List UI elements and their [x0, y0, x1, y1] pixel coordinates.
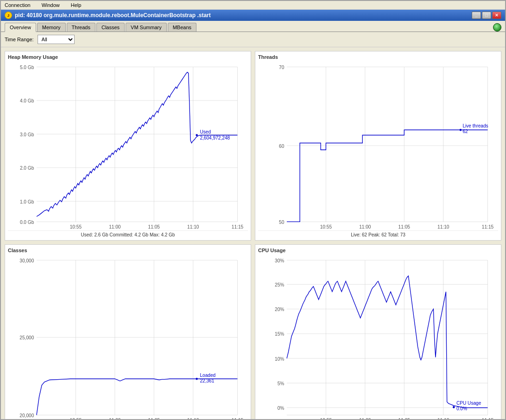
- classes-chart-area: 30,000 25,000 20,000 10:55 11:00 11:05 1…: [8, 255, 248, 419]
- main-window: Connection Window Help J pid: 40180 org.…: [0, 0, 506, 420]
- classes-chart-title: Classes: [8, 248, 248, 253]
- menu-window[interactable]: Window: [40, 2, 62, 8]
- threads-svg: 70 60 50 10:55 11:00 11:05 11:10 11:15 L…: [258, 62, 498, 229]
- svg-text:11:00: 11:00: [359, 418, 371, 419]
- threads-chart-footer: Live: 62 Peak: 62 Total: 73: [258, 230, 498, 237]
- charts-grid: Heap Memory Usage 5.: [1, 47, 505, 419]
- svg-text:20,000: 20,000: [19, 413, 34, 418]
- svg-text:11:15: 11:15: [482, 418, 494, 419]
- heap-chart-area: 5.0 Gb 4.0 Gb 3.0 Gb 2.0 Gb 1.0 Gb 0.0 G…: [8, 62, 248, 229]
- svg-text:60: 60: [279, 144, 285, 149]
- tab-classes[interactable]: Classes: [96, 23, 125, 32]
- cpu-svg: 30% 25% 20% 15% 10% 5% 0% 10:55 11:00 11…: [258, 255, 498, 419]
- svg-text:0%: 0%: [278, 406, 285, 411]
- svg-text:10%: 10%: [275, 356, 284, 362]
- timerange-label: Time Range:: [5, 37, 34, 42]
- svg-text:50: 50: [279, 220, 285, 225]
- connection-status-icon[interactable]: [493, 23, 501, 32]
- svg-text:11:05: 11:05: [148, 224, 160, 229]
- svg-text:11:00: 11:00: [359, 224, 371, 229]
- tab-memory[interactable]: Memory: [37, 23, 66, 32]
- svg-point-90: [453, 406, 455, 408]
- threads-chart: Threads 70 60 50: [255, 51, 501, 241]
- heap-chart-footer: Used: 2.6 Gb Committed: 4.2 Gb Max: 4.2 …: [8, 230, 248, 237]
- svg-text:11:00: 11:00: [109, 418, 121, 419]
- cpu-chart: CPU Usage: [255, 244, 501, 419]
- svg-text:Loaded: Loaded: [200, 373, 215, 378]
- svg-text:20%: 20%: [275, 307, 284, 312]
- svg-text:Live threads: Live threads: [462, 123, 488, 128]
- svg-point-24: [196, 134, 198, 136]
- toolbar: Time Range: All Last 5 min Last 10 min L…: [1, 32, 505, 47]
- tabs-bar: Overview Memory Threads Classes VM Summa…: [1, 21, 505, 32]
- svg-text:5%: 5%: [278, 381, 285, 386]
- tab-threads[interactable]: Threads: [67, 23, 95, 32]
- svg-text:15%: 15%: [275, 332, 284, 337]
- svg-text:5.0 Gb: 5.0 Gb: [20, 65, 34, 70]
- svg-text:22,361: 22,361: [200, 378, 214, 383]
- maximize-button[interactable]: □: [482, 12, 491, 19]
- cpu-chart-area: 30% 25% 20% 15% 10% 5% 0% 10:55 11:00 11…: [258, 255, 498, 419]
- tab-vm-summary[interactable]: VM Summary: [126, 23, 167, 32]
- window-controls: _ □ ✕: [472, 12, 501, 19]
- svg-text:25%: 25%: [275, 282, 284, 287]
- svg-text:11:05: 11:05: [398, 224, 411, 229]
- svg-text:11:05: 11:05: [148, 418, 160, 419]
- svg-text:11:15: 11:15: [482, 224, 494, 229]
- svg-text:11:10: 11:10: [187, 418, 199, 419]
- svg-text:2,604,972,248: 2,604,972,248: [200, 135, 230, 140]
- tab-mbeans[interactable]: MBeans: [168, 23, 196, 32]
- threads-chart-area: 70 60 50 10:55 11:00 11:05 11:10 11:15 L…: [258, 62, 498, 229]
- svg-text:62: 62: [462, 129, 468, 134]
- close-button[interactable]: ✕: [492, 12, 501, 19]
- minimize-button[interactable]: _: [472, 12, 481, 19]
- svg-text:10:55: 10:55: [320, 224, 332, 229]
- menubar: Connection Window Help: [1, 1, 505, 10]
- svg-point-43: [460, 129, 462, 131]
- timerange-select[interactable]: All Last 5 min Last 10 min Last 30 min L…: [38, 35, 75, 44]
- svg-text:30,000: 30,000: [19, 258, 34, 263]
- svg-text:11:10: 11:10: [187, 224, 199, 229]
- svg-text:11:00: 11:00: [109, 224, 121, 229]
- heap-chart-title: Heap Memory Usage: [8, 54, 248, 60]
- svg-text:4.0 Gb: 4.0 Gb: [20, 98, 34, 103]
- window-icon: J: [5, 12, 12, 19]
- svg-text:11:10: 11:10: [437, 224, 449, 229]
- svg-text:10:55: 10:55: [320, 418, 332, 419]
- classes-chart: Classes 30,000 25,000 20,000: [5, 244, 251, 419]
- window-title: pid: 40180 org.mule.runtime.module.reboo…: [15, 12, 211, 19]
- menu-help[interactable]: Help: [69, 2, 83, 8]
- svg-text:70: 70: [279, 65, 285, 70]
- svg-text:25,000: 25,000: [19, 336, 34, 341]
- svg-text:30%: 30%: [275, 258, 284, 263]
- svg-text:3.0 Gb: 3.0 Gb: [20, 132, 34, 137]
- svg-text:10:55: 10:55: [70, 418, 82, 419]
- heap-memory-chart: Heap Memory Usage 5.: [5, 51, 251, 241]
- titlebar: J pid: 40180 org.mule.runtime.module.reb…: [1, 10, 505, 21]
- svg-text:1.0 Gb: 1.0 Gb: [20, 199, 34, 204]
- menu-connection[interactable]: Connection: [3, 2, 32, 8]
- svg-text:10:55: 10:55: [70, 224, 82, 229]
- svg-text:0.0 Gb: 0.0 Gb: [20, 220, 34, 225]
- svg-text:11:15: 11:15: [232, 224, 244, 229]
- svg-text:0.0%: 0.0%: [456, 406, 467, 411]
- cpu-chart-title: CPU Usage: [258, 248, 498, 253]
- threads-chart-title: Threads: [258, 54, 498, 60]
- classes-svg: 30,000 25,000 20,000 10:55 11:00 11:05 1…: [8, 255, 248, 419]
- tab-overview[interactable]: Overview: [5, 23, 36, 32]
- svg-text:11:15: 11:15: [232, 418, 244, 419]
- svg-text:11:10: 11:10: [437, 418, 449, 419]
- heap-svg: 5.0 Gb 4.0 Gb 3.0 Gb 2.0 Gb 1.0 Gb 0.0 G…: [8, 62, 248, 229]
- svg-text:11:05: 11:05: [398, 418, 411, 419]
- svg-text:2.0 Gb: 2.0 Gb: [20, 165, 34, 171]
- svg-point-62: [196, 378, 198, 380]
- svg-text:Used: Used: [200, 129, 211, 134]
- svg-text:CPU Usage: CPU Usage: [456, 401, 481, 406]
